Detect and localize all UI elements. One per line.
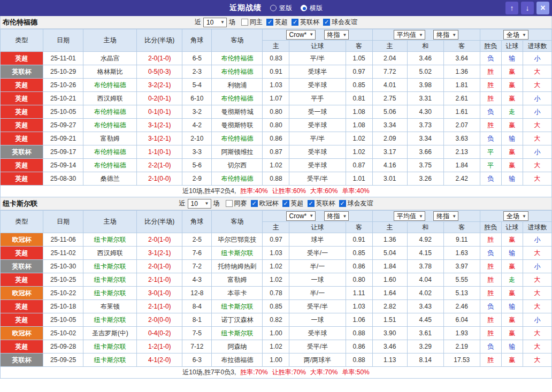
filter-checkbox-英超[interactable]: 英超 [266, 18, 288, 27]
sub-col-goals-result: 进球数 [523, 222, 551, 233]
home-team: 格林斯比 [83, 65, 137, 79]
odds-handicap: 受球半 [289, 65, 346, 79]
checkbox-label: 英联杯 [300, 18, 319, 27]
filter-checkbox-球会友谊[interactable]: 球会友谊 [339, 199, 373, 208]
bookmaker-select[interactable]: Crow*▼ [286, 211, 316, 221]
league-badge: 英超 [1, 172, 43, 186]
match-date: 25-09-21 [43, 132, 83, 145]
summary-prefix: 近10场,胜7平0负3, [182, 368, 236, 377]
final-odds-select-value: 终指 [327, 30, 340, 40]
match-row: 英超25-11-02西汉姆联3-1(2-1)7-6纽卡斯尔联1.03受半/一0.… [1, 247, 552, 260]
filter-checkbox-欧冠杯[interactable]: 欧冠杯 [251, 199, 279, 208]
radio-icon [301, 5, 307, 11]
close-button[interactable]: × [536, 2, 549, 14]
home-team: 布伦特福德 [83, 79, 137, 92]
checkbox-checked-icon [308, 200, 315, 207]
odds-home: 1.02 [263, 340, 289, 353]
match-date: 25-10-21 [43, 92, 83, 105]
filter-checkbox-球会友谊[interactable]: 球会友谊 [323, 18, 357, 27]
home-team: 富勒姆 [83, 132, 137, 145]
avg-home: 3.34 [372, 119, 407, 132]
filter-controls: 近 10 ▼ 场 同主英超英联杯球会友谊 [195, 18, 357, 27]
match-count-select[interactable]: 10 ▼ [188, 199, 211, 209]
league-badge: 欧冠杯 [1, 327, 43, 340]
filter-checkbox-同赛[interactable]: 同赛 [226, 199, 247, 208]
home-team: 西汉姆联 [83, 92, 137, 105]
odds-handicap: 受平/半 [289, 172, 346, 186]
fulltime-select[interactable]: 全场▼ [503, 30, 528, 40]
result-handicap: 赢 [501, 287, 523, 300]
corners: 5-6 [182, 159, 212, 172]
matches-table: 类型 日期 主场 比分(半场) 角球 客场 Crow*▼ 终指▼ 平均值▼ 终指… [0, 29, 552, 186]
average-select[interactable]: 平均值▼ [394, 211, 425, 221]
away-team: 纽卡斯尔联 [212, 327, 263, 340]
odds-handicap: 半/一 [289, 287, 346, 300]
avg-home: 1.51 [372, 313, 407, 327]
result-goals: 大 [523, 172, 551, 186]
checkbox-label: 英超 [275, 18, 288, 27]
filter-checkbox-同主[interactable]: 同主 [241, 18, 263, 27]
result-handicap: 赢 [501, 145, 523, 159]
avg-away: 1.63 [443, 247, 480, 260]
final-score: 2-1(1-0) [137, 300, 182, 313]
filter-checkbox-英超[interactable]: 英超 [282, 199, 304, 208]
final-average-select[interactable]: 终指▼ [433, 30, 458, 40]
match-row: 欧冠杯25-10-02圣吉罗斯(中)0-4(0-2)7-5纽卡斯尔联1.00受半… [1, 327, 552, 340]
filter-checkbox-英联杯[interactable]: 英联杯 [292, 18, 319, 27]
col-home: 主场 [83, 211, 137, 233]
filter-checkbox-英联杯[interactable]: 英联杯 [308, 199, 335, 208]
final-score: 2-0(1-0) [137, 233, 182, 247]
odds-away: 0.91 [346, 233, 372, 247]
odds-home: 0.85 [263, 300, 289, 313]
match-date: 25-10-25 [43, 273, 83, 287]
col-score: 比分(半场) [137, 211, 182, 233]
games-label: 场 [213, 199, 220, 208]
odds-away: 1.08 [346, 119, 372, 132]
match-row: 英超25-09-21富勒姆3-1(2-1)2-10布伦特福德0.86平/半1.0… [1, 132, 552, 145]
fulltime-select[interactable]: 全场▼ [503, 211, 528, 221]
avg-home: 2.82 [372, 300, 407, 313]
average-select[interactable]: 平均值▼ [394, 30, 425, 40]
odds-away: 1.11 [346, 287, 372, 300]
league-badge: 英超 [1, 273, 43, 287]
avg-away: 1.93 [443, 327, 480, 340]
chevron-down-icon: ▼ [220, 20, 225, 25]
checkbox-label: 同赛 [234, 199, 247, 208]
checkbox-unchecked-icon [226, 200, 233, 207]
radio-vertical-layout[interactable]: 竖版 [270, 4, 292, 13]
match-count-select[interactable]: 10 ▼ [203, 18, 227, 27]
result-outcome: 胜 [480, 79, 501, 92]
fulltime-group-header: 全场▼ [480, 211, 551, 222]
avg-away: 3.97 [443, 260, 480, 273]
corners: 8-1 [182, 313, 212, 327]
final-odds-select[interactable]: 终指▼ [324, 211, 349, 221]
scroll-up-button[interactable]: ↑ [505, 2, 518, 14]
odds-handicap: 受平/半 [289, 340, 346, 353]
result-outcome: 胜 [480, 353, 501, 367]
radio-horizontal-layout[interactable]: 横版 [301, 4, 323, 13]
final-average-select-value: 终指 [436, 212, 449, 221]
sub-col-avg-away: 客 [443, 222, 480, 233]
col-away: 客场 [212, 29, 263, 52]
bookmaker-select[interactable]: Crow*▼ [286, 30, 316, 40]
result-handicap: 输 [501, 340, 523, 353]
away-team: 利物浦 [212, 79, 263, 92]
away-team: 诺丁汉森林 [212, 313, 263, 327]
sub-col-handicap-result: 让球 [501, 41, 523, 52]
final-score: 4-1(2-0) [137, 353, 182, 367]
avg-home: 3.90 [372, 327, 407, 340]
final-odds-select[interactable]: 终指▼ [324, 30, 349, 40]
avg-away: 2.19 [443, 340, 480, 353]
match-row: 英超25-10-05纽卡斯尔联2-0(0-0)8-1诺丁汉森林0.82一球1.0… [1, 313, 552, 327]
away-team: 阿森纳 [212, 340, 263, 353]
checkbox-label: 英联杯 [316, 199, 335, 208]
scroll-down-button[interactable]: ↓ [521, 2, 534, 14]
final-average-select[interactable]: 终指▼ [433, 211, 458, 221]
avg-draw: 3.43 [407, 300, 443, 313]
result-outcome: 负 [480, 340, 501, 353]
odds-away: 0.87 [346, 159, 372, 172]
result-handicap: 赢 [501, 92, 523, 105]
odds-handicap: 一球 [289, 313, 346, 327]
fulltime-group-header: 全场▼ [480, 29, 551, 41]
corners: 2-10 [182, 132, 212, 145]
